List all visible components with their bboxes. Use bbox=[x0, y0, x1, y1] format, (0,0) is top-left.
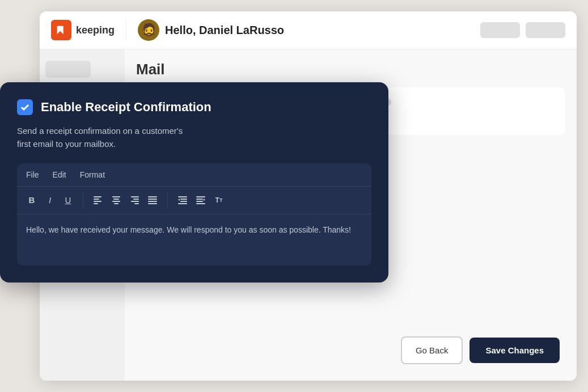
header-btn-2 bbox=[526, 22, 565, 38]
modal-card: Enable Receipt Confirmation Send a recei… bbox=[0, 82, 388, 283]
svg-rect-4 bbox=[112, 196, 120, 197]
sidebar-placeholder-1 bbox=[45, 61, 91, 78]
editor-body[interactable]: Hello, we have received your message. We… bbox=[17, 214, 371, 265]
svg-rect-18 bbox=[180, 201, 187, 202]
modal-header: Enable Receipt Confirmation bbox=[17, 99, 371, 115]
action-buttons: Go Back Save Changes bbox=[401, 336, 560, 364]
editor-toolbar: B I U bbox=[17, 187, 371, 214]
svg-rect-13 bbox=[148, 199, 157, 200]
content-title: Mail bbox=[136, 61, 565, 78]
svg-rect-9 bbox=[133, 199, 139, 200]
modal-description: Send a receipt confirmation on a custome… bbox=[17, 124, 371, 151]
svg-marker-25 bbox=[204, 199, 205, 201]
align-center-button[interactable] bbox=[108, 192, 124, 208]
go-back-button[interactable]: Go Back bbox=[401, 336, 463, 364]
indent-decrease-button[interactable] bbox=[175, 192, 191, 208]
bold-button[interactable]: B bbox=[24, 192, 40, 208]
svg-rect-17 bbox=[180, 199, 187, 200]
svg-rect-10 bbox=[131, 201, 139, 202]
toolbar-text-format: B I U bbox=[24, 192, 83, 208]
svg-rect-21 bbox=[196, 196, 205, 197]
svg-rect-22 bbox=[196, 199, 203, 200]
greeting-text: Hello, Daniel LaRusso bbox=[165, 24, 284, 37]
logo-text: keeping bbox=[76, 24, 115, 36]
align-justify-button[interactable] bbox=[145, 192, 160, 208]
toolbar-align bbox=[83, 192, 168, 208]
header-btn-1 bbox=[480, 22, 520, 38]
svg-rect-12 bbox=[148, 196, 157, 197]
indent-increase-button[interactable] bbox=[193, 192, 209, 208]
menu-file[interactable]: File bbox=[26, 170, 39, 179]
svg-rect-23 bbox=[196, 201, 203, 202]
svg-rect-1 bbox=[94, 199, 99, 200]
svg-marker-20 bbox=[178, 199, 180, 201]
editor-menubar: File Edit Format bbox=[17, 163, 371, 187]
user-greeting-area: 🧔 Hello, Daniel LaRusso bbox=[138, 19, 469, 41]
svg-rect-15 bbox=[148, 203, 157, 204]
svg-rect-6 bbox=[112, 201, 120, 202]
align-right-button[interactable] bbox=[126, 192, 142, 208]
svg-rect-19 bbox=[178, 203, 187, 204]
menu-format[interactable]: Format bbox=[80, 170, 105, 179]
svg-rect-11 bbox=[134, 203, 139, 204]
app-header: keeping 🧔 Hello, Daniel LaRusso bbox=[40, 11, 577, 49]
svg-rect-16 bbox=[178, 196, 187, 197]
italic-button[interactable]: I bbox=[42, 192, 58, 208]
enable-checkbox[interactable] bbox=[17, 99, 33, 115]
save-changes-button[interactable]: Save Changes bbox=[469, 338, 560, 363]
modal-title: Enable Receipt Confirmation bbox=[41, 100, 211, 115]
svg-rect-5 bbox=[113, 199, 119, 200]
editor-container[interactable]: File Edit Format B I U bbox=[17, 163, 371, 265]
toolbar-indent: TT bbox=[168, 192, 234, 208]
svg-rect-7 bbox=[114, 203, 119, 204]
svg-rect-24 bbox=[196, 203, 205, 204]
svg-rect-8 bbox=[131, 196, 139, 197]
header-buttons bbox=[480, 22, 565, 38]
editor-text: Hello, we have received your message. We… bbox=[26, 224, 362, 236]
logo-area: keeping bbox=[51, 20, 126, 40]
align-left-button[interactable] bbox=[90, 192, 106, 208]
font-size-button[interactable]: TT bbox=[211, 192, 227, 208]
user-avatar: 🧔 bbox=[138, 19, 159, 41]
svg-rect-14 bbox=[148, 201, 157, 202]
svg-rect-2 bbox=[94, 201, 101, 202]
keeping-logo-icon bbox=[51, 20, 71, 40]
underline-button[interactable]: U bbox=[60, 192, 76, 208]
svg-rect-3 bbox=[94, 203, 98, 204]
svg-rect-0 bbox=[94, 196, 101, 197]
menu-edit[interactable]: Edit bbox=[53, 170, 66, 179]
